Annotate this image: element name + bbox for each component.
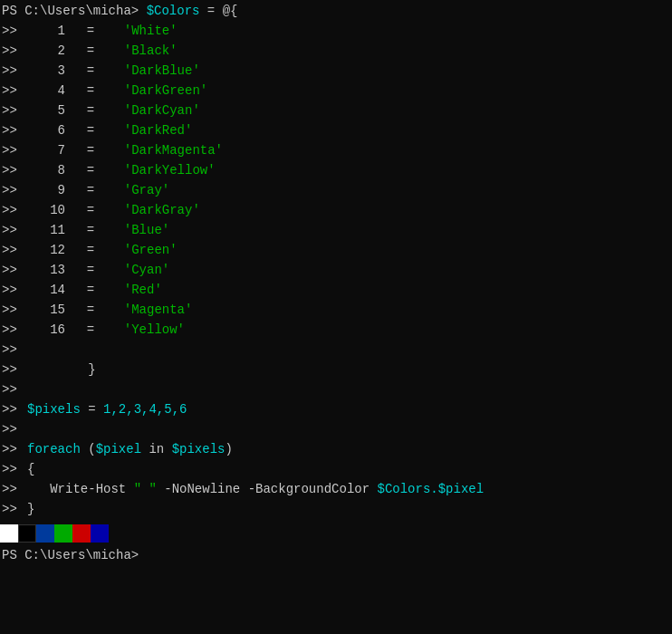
arrow-2: >> — [2, 43, 27, 58]
color-line-15: >> 15= 'Magenta' — [0, 303, 672, 322]
arrow-7: >> — [2, 143, 27, 158]
val-16: 'Yellow' — [109, 322, 185, 337]
color-line-4: >> 4= 'DarkGreen' — [0, 83, 672, 103]
arrow-9: >> — [2, 183, 27, 197]
color-line-5: >> 5= 'DarkCyan' — [0, 103, 672, 123]
color-line-8: >> 8= 'DarkYellow' — [0, 163, 672, 183]
foreach-paren-open: ( — [81, 442, 96, 456]
index-3: 3 — [27, 63, 72, 78]
val-8: 'DarkYellow' — [109, 163, 216, 178]
index-6: 6 — [27, 123, 72, 138]
pixels-val: 1,2,3,4,5,6 — [103, 402, 187, 417]
val-9: 'Gray' — [109, 183, 169, 197]
index-4: 4 — [27, 83, 72, 98]
closing-brace-line: >> } — [0, 362, 672, 382]
eq-3: = — [72, 63, 109, 78]
index-5: 5 — [27, 103, 72, 118]
arrow-8: >> — [2, 163, 27, 178]
index-11: 11 — [27, 223, 72, 237]
eq-4: = — [72, 83, 109, 98]
color-line-13: >> 13= 'Cyan' — [0, 263, 672, 283]
closing-brace: } — [27, 362, 96, 377]
arrow-brace-close: >> — [2, 502, 27, 516]
index-14: 14 — [27, 283, 72, 297]
color-line-7: >> 7= 'DarkMagenta' — [0, 143, 672, 163]
foreach-brace-close: } — [27, 502, 34, 516]
empty-line-1: >> — [0, 342, 672, 362]
arrow-e2: >> — [2, 382, 27, 397]
arrow-16: >> — [2, 322, 27, 337]
equals-sign: = @{ — [199, 4, 237, 18]
prompt-label: PS C:\Users\micha> — [2, 4, 139, 18]
foreach-brace-open-line: >> { — [0, 462, 672, 482]
writehost-indent — [27, 482, 50, 496]
foreach-kw: foreach — [27, 442, 81, 456]
val-12: 'Green' — [109, 243, 178, 257]
eq-14: = — [72, 283, 109, 297]
arrow-e1: >> — [2, 342, 27, 357]
writehost-colors: $Colors.$pixel — [377, 482, 484, 496]
arrow-1: >> — [2, 24, 27, 38]
arrow-e3: >> — [2, 422, 27, 437]
index-9: 9 — [27, 183, 72, 197]
pixel-block-3 — [36, 524, 54, 543]
val-14: 'Red' — [109, 283, 162, 297]
color-line-2: >> 2= 'Black' — [0, 43, 672, 63]
val-7: 'DarkMagenta' — [109, 143, 223, 158]
eq-15: = — [72, 303, 109, 317]
pixels-line: >> $pixels = 1,2,3,4,5,6 — [0, 402, 672, 422]
writehost-str: " " — [126, 482, 157, 496]
index-16: 16 — [27, 322, 72, 337]
arrow-10: >> — [2, 203, 27, 217]
pixel-block-5 — [72, 524, 91, 543]
eq-7: = — [72, 143, 109, 158]
command-line: PS C:\Users\micha> $Colors = @{ — [0, 4, 672, 24]
val-6: 'DarkRed' — [109, 123, 192, 138]
arrow-12: >> — [2, 243, 27, 257]
pixel-block-1 — [0, 524, 18, 543]
arrow-15: >> — [2, 303, 27, 317]
color-line-3: >> 3= 'DarkBlue' — [0, 63, 672, 83]
color-line-14: >> 14= 'Red' — [0, 283, 672, 303]
foreach-brace-close-line: >> } — [0, 502, 672, 522]
pixel-block-6 — [91, 524, 109, 543]
arrow-13: >> — [2, 263, 27, 277]
val-3: 'DarkBlue' — [109, 63, 200, 78]
foreach-pixels: $pixels — [172, 442, 226, 456]
eq-16: = — [72, 322, 109, 337]
eq-2: = — [72, 43, 109, 58]
index-10: 10 — [27, 203, 72, 217]
eq-8: = — [72, 163, 109, 178]
val-5: 'DarkCyan' — [109, 103, 200, 118]
val-13: 'Cyan' — [109, 263, 169, 277]
val-15: 'Magenta' — [109, 303, 192, 317]
index-12: 12 — [27, 243, 72, 257]
pixel-block-4 — [54, 524, 72, 543]
eq-6: = — [72, 123, 109, 138]
pixel-block-2 — [18, 524, 36, 543]
eq-12: = — [72, 243, 109, 257]
eq-9: = — [72, 183, 109, 197]
empty-line-3: >> — [0, 422, 672, 442]
color-line-16: >> 16= 'Yellow' — [0, 322, 672, 342]
writehost-flags: -NoNewline -BackgroundColor — [157, 482, 378, 496]
foreach-line: >> foreach ($pixel in $pixels) — [0, 442, 672, 462]
arrow-6: >> — [2, 123, 27, 138]
arrow-3: >> — [2, 63, 27, 78]
arrow-14: >> — [2, 283, 27, 297]
color-line-11: >> 11= 'Blue' — [0, 223, 672, 243]
val-10: 'DarkGray' — [109, 203, 200, 217]
bottom-prompt-line[interactable]: PS C:\Users\micha> — [0, 545, 672, 565]
color-line-10: >> 10= 'DarkGray' — [0, 203, 672, 223]
val-2: 'Black' — [109, 43, 178, 58]
pixels-eq: = — [81, 402, 103, 417]
arrow-pixels: >> — [2, 402, 27, 417]
val-1: 'White' — [109, 24, 178, 38]
eq-13: = — [72, 263, 109, 277]
foreach-pixel: $pixel — [96, 442, 141, 456]
index-1: 1 — [27, 24, 72, 38]
writehost-cmd: Write-Host — [50, 482, 126, 496]
eq-1: = — [72, 24, 109, 38]
arrow-brace-open: >> — [2, 462, 27, 476]
arrow-5: >> — [2, 103, 27, 118]
